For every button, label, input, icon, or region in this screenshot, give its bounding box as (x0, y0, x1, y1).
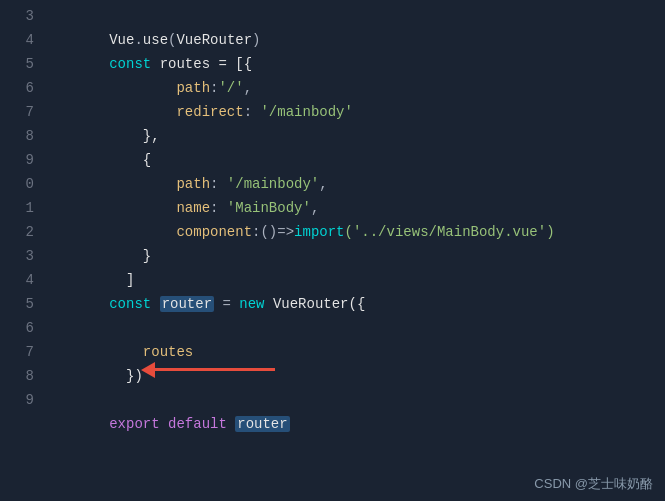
code-line: Vue.use(VueRouter) (42, 4, 655, 28)
code-token (109, 200, 176, 216)
code-token: component (176, 224, 252, 240)
line-number: 1 (8, 196, 34, 220)
code-token (109, 392, 117, 408)
code-token: default (168, 416, 227, 432)
arrow-line (155, 368, 275, 371)
code-token: , (319, 176, 327, 192)
code-token: , (311, 200, 319, 216)
highlighted-router: router (160, 296, 214, 312)
code-token: '/mainbody' (227, 176, 319, 192)
line-number: 5 (8, 52, 34, 76)
line-number: 0 (8, 172, 34, 196)
code-token: path (176, 80, 210, 96)
code-lines: Vue.use(VueRouter) const routes = [{ pat… (42, 4, 665, 497)
line-number: 3 (8, 4, 34, 28)
code-token (109, 368, 126, 384)
code-token (265, 296, 273, 312)
code-token (151, 56, 159, 72)
code-token: import (294, 224, 344, 240)
code-token: => (277, 224, 294, 240)
line-number: 2 (8, 220, 34, 244)
line-number: 7 (8, 340, 34, 364)
code-token: ] (126, 272, 134, 288)
arrow-annotation (155, 368, 275, 371)
code-token (109, 128, 143, 144)
code-token: const (109, 296, 151, 312)
line-number: 6 (8, 316, 34, 340)
line-number: 4 (8, 268, 34, 292)
code-token: VueRouter (176, 32, 252, 48)
line-number: 6 (8, 76, 34, 100)
code-token: , (244, 80, 252, 96)
line-number: 9 (8, 388, 34, 412)
code-token: ('../views/MainBody.vue') (345, 224, 555, 240)
code-token: : (244, 104, 261, 120)
code-token: redirect (176, 104, 243, 120)
code-token (193, 344, 260, 360)
code-line: export default router (42, 388, 655, 412)
code-token: path (176, 176, 210, 192)
code-token: : (210, 200, 227, 216)
code-token: 'MainBody' (227, 200, 311, 216)
line-number: 3 (8, 244, 34, 268)
code-token: '/' (218, 80, 243, 96)
code-token: }, (143, 128, 160, 144)
code-content: 3 4 5 6 7 8 9 0 1 2 3 4 5 6 7 8 9 Vue.us… (0, 0, 665, 501)
code-token: Vue (109, 32, 134, 48)
code-token: export (109, 416, 159, 432)
code-token: : (210, 176, 227, 192)
highlighted-router-export: router (235, 416, 289, 432)
code-token (109, 248, 143, 264)
line-number: 5 (8, 292, 34, 316)
code-token (227, 416, 235, 432)
code-token (109, 272, 126, 288)
code-token (151, 296, 159, 312)
line-numbers: 3 4 5 6 7 8 9 0 1 2 3 4 5 6 7 8 9 (0, 4, 42, 497)
code-token: routes (143, 344, 193, 360)
code-token (109, 104, 176, 120)
code-token (109, 152, 143, 168)
code-token: . (134, 32, 142, 48)
code-token: name (176, 200, 210, 216)
code-token: const (109, 56, 151, 72)
code-token: :() (252, 224, 277, 240)
line-number: 4 (8, 28, 34, 52)
code-token (109, 176, 176, 192)
code-token: use (143, 32, 168, 48)
code-token (109, 344, 143, 360)
line-number: 9 (8, 148, 34, 172)
line-number: 8 (8, 364, 34, 388)
code-token: } (143, 248, 151, 264)
code-token: = (214, 296, 239, 312)
code-token: { (143, 152, 151, 168)
code-line: routes (42, 316, 655, 340)
code-token (160, 416, 168, 432)
code-token: routes = [{ (160, 56, 252, 72)
line-number: 7 (8, 100, 34, 124)
line-number: 8 (8, 124, 34, 148)
code-token (109, 224, 176, 240)
code-token: new (239, 296, 264, 312)
code-editor: 3 4 5 6 7 8 9 0 1 2 3 4 5 6 7 8 9 Vue.us… (0, 0, 665, 501)
arrow-head (141, 362, 155, 378)
code-token: ) (252, 32, 260, 48)
code-token: '/mainbody' (260, 104, 352, 120)
code-token: VueRouter({ (273, 296, 365, 312)
watermark: CSDN @芝士味奶酪 (534, 475, 653, 493)
code-token (109, 80, 176, 96)
